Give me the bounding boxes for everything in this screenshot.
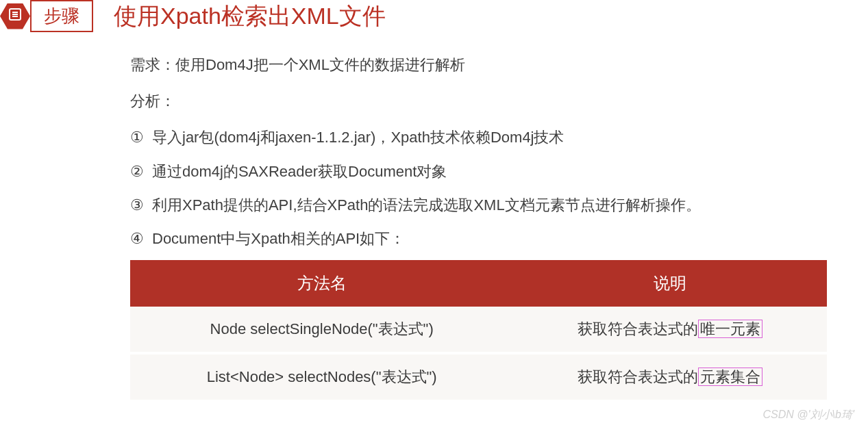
step-item-4: ④ Document中与Xpath相关的API如下： [130,227,827,250]
table-header-method: 方法名 [130,260,513,307]
circle-num-3: ③ [130,193,144,217]
step-text-3: 利用XPath提供的API,结合XPath的语法完成选取XML文档元素节点进行解… [152,193,701,217]
table-row: Node selectSingleNode("表达式") 获取符合表达式的唯一元… [130,307,827,353]
circle-num-2: ② [130,159,144,183]
desc-highlight-2: 元素集合 [698,368,762,386]
requirement-text: 需求：使用Dom4J把一个XML文件的数据进行解析 [130,53,827,77]
step-text-2: 通过dom4j的SAXReader获取Document对象 [152,159,447,183]
desc-prefix-1: 获取符合表达式的 [578,320,698,337]
step-label: 步骤 [44,5,79,26]
table-header-row: 方法名 说明 [130,260,827,307]
api-table-wrap: 方法名 说明 Node selectSingleNode("表达式") 获取符合… [130,260,827,402]
step-label-box: 步骤 [30,0,93,32]
table-row: List<Node> selectNodes("表达式") 获取符合表达式的元素… [130,353,827,401]
step-text-1: 导入jar包(dom4j和jaxen-1.1.2.jar)，Xpath技术依赖D… [152,125,565,149]
header-row: 步骤 使用Xpath检索出XML文件 [0,0,868,32]
api-table: 方法名 说明 Node selectSingleNode("表达式") 获取符合… [130,260,827,402]
page-title: 使用Xpath检索出XML文件 [114,1,386,32]
desc-highlight-1: 唯一元素 [698,320,762,338]
content-area: 需求：使用Dom4J把一个XML文件的数据进行解析 分析： ① 导入jar包(d… [0,53,868,402]
analysis-label: 分析： [130,89,827,113]
step-item-3: ③ 利用XPath提供的API,结合XPath的语法完成选取XML文档元素节点进… [130,193,827,217]
table-cell-desc-2: 获取符合表达式的元素集合 [513,353,827,401]
table-cell-method-1: Node selectSingleNode("表达式") [130,307,513,353]
step-text-4: Document中与Xpath相关的API如下： [152,227,405,250]
step-item-2: ② 通过dom4j的SAXReader获取Document对象 [130,159,827,183]
list-icon [8,8,22,24]
step-hex-icon [0,3,30,29]
watermark: CSDN @'刘小\b琦' [763,408,854,422]
desc-prefix-2: 获取符合表达式的 [578,368,698,385]
step-item-1: ① 导入jar包(dom4j和jaxen-1.1.2.jar)，Xpath技术依… [130,125,827,149]
circle-num-1: ① [130,125,144,149]
table-header-desc: 说明 [513,260,827,307]
circle-num-4: ④ [130,227,144,250]
table-cell-method-2: List<Node> selectNodes("表达式") [130,353,513,401]
table-cell-desc-1: 获取符合表达式的唯一元素 [513,307,827,353]
